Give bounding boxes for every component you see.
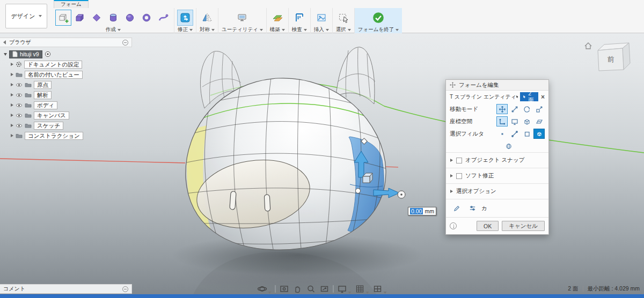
tree-item-label[interactable]: キャンバス — [34, 111, 69, 120]
expander-icon[interactable] — [11, 124, 13, 127]
expand-section-icon[interactable] — [450, 190, 453, 193]
fit-tool[interactable] — [320, 284, 330, 294]
plane-primitive-button[interactable] — [89, 10, 104, 25]
tree-item-label[interactable]: ボディ — [34, 101, 57, 109]
select-menu[interactable]: 選択 — [336, 26, 351, 33]
inspect-button[interactable] — [292, 10, 307, 25]
finish-form-button[interactable] — [371, 10, 386, 25]
dialog-titlebar[interactable]: フォームを編集 — [446, 80, 548, 91]
edit-form-button[interactable] — [178, 10, 193, 25]
display-settings[interactable] — [338, 284, 352, 294]
tree-item-label[interactable]: コンストラクション — [25, 132, 83, 140]
clear-selection-button[interactable]: × — [541, 94, 545, 100]
coord-view-button[interactable] — [509, 116, 520, 126]
tree-item-label[interactable]: 名前の付いたビュー — [25, 71, 83, 79]
tab-form[interactable]: フォーム — [54, 0, 89, 8]
viewcube-front-label[interactable]: 前 — [608, 55, 614, 63]
select-button[interactable] — [336, 10, 351, 25]
tree-item-label[interactable]: 原点 — [34, 81, 52, 89]
utilities-menu[interactable]: ユーティリティ — [222, 26, 263, 33]
browser-header[interactable]: ブラウザ — [0, 38, 132, 47]
move-mode-edge-button[interactable] — [509, 104, 520, 114]
filter-vertex-button[interactable] — [496, 129, 508, 139]
tree-item-label[interactable]: スケッチ — [34, 122, 63, 130]
eye-icon[interactable] — [16, 93, 23, 98]
coord-world-button[interactable] — [496, 116, 508, 126]
filter-face-button[interactable] — [521, 129, 532, 139]
tree-item-document-settings[interactable]: ドキュメントの設定 — [1, 59, 132, 69]
inspect-menu[interactable]: 検査 — [292, 26, 307, 33]
construct-button[interactable] — [270, 10, 285, 25]
expander-icon[interactable] — [11, 103, 13, 107]
expander-icon[interactable] — [11, 93, 13, 96]
right-ear[interactable] — [336, 47, 375, 104]
eye-icon[interactable] — [16, 113, 23, 118]
tree-item-canvases[interactable]: キャンバス — [1, 110, 132, 120]
expand-section-icon[interactable] — [450, 159, 453, 162]
viewcube-home-icon[interactable] — [585, 43, 591, 49]
new-body-button[interactable] — [56, 10, 71, 25]
pan-tool[interactable] — [293, 284, 303, 294]
numeric-slider-button[interactable] — [467, 203, 478, 213]
tree-item-analysis[interactable]: 解析 — [1, 90, 132, 100]
filter-body-button[interactable] — [533, 129, 545, 139]
move-mode-scale-button[interactable] — [533, 104, 545, 114]
tree-item-construction[interactable]: コンストラクション — [1, 131, 132, 140]
comments-header[interactable]: コメント — [0, 284, 132, 294]
modify-menu[interactable]: 修正 — [178, 26, 193, 33]
root-expander-icon[interactable] — [4, 53, 7, 56]
create-menu[interactable]: 作成 — [106, 26, 121, 33]
expander-icon[interactable] — [11, 134, 13, 137]
tree-item-named-views[interactable]: 名前の付いたビュー — [1, 70, 132, 79]
insert-button[interactable] — [314, 10, 329, 25]
entity-selection-chip[interactable]: 2 面 — [520, 92, 538, 101]
tree-item-bodies[interactable]: ボディ — [1, 100, 132, 110]
root-visibility-icon[interactable] — [45, 51, 51, 57]
move-mode-rotate-button[interactable] — [521, 104, 532, 114]
expander-icon[interactable] — [11, 83, 13, 86]
sphere-primitive-button[interactable] — [122, 10, 137, 25]
tree-item-label[interactable]: 解析 — [34, 91, 52, 99]
view-cube[interactable]: 前 — [583, 39, 636, 80]
minimize-comments-icon[interactable] — [122, 286, 128, 292]
coord-selection-button[interactable] — [533, 116, 545, 126]
look-at-tool[interactable] — [280, 284, 289, 294]
viewports[interactable] — [373, 284, 387, 294]
torus-primitive-button[interactable] — [139, 10, 154, 25]
tree-root-row[interactable]: hituji v9 — [1, 49, 132, 59]
zoom-tool[interactable] — [306, 284, 316, 294]
expander-icon[interactable] — [11, 73, 13, 76]
soft-edit-section[interactable]: ソフト修正 — [446, 168, 548, 183]
object-snap-section[interactable]: オブジェクト スナップ — [446, 152, 548, 168]
box-primitive-button[interactable] — [72, 10, 87, 25]
eye-icon[interactable] — [16, 83, 23, 87]
object-snap-checkbox[interactable] — [456, 158, 462, 163]
workspace-selector[interactable]: デザイン — [5, 4, 47, 28]
cancel-button[interactable]: キャンセル — [502, 221, 545, 231]
construct-menu[interactable]: 構築 — [270, 26, 285, 33]
expander-icon[interactable] — [11, 63, 13, 66]
gizmo-distance-input[interactable]: 0.00 mm — [408, 207, 436, 215]
soft-edit-checkbox[interactable] — [456, 173, 462, 179]
distance-value[interactable]: 0.00 — [410, 208, 423, 214]
ok-button[interactable]: OK — [477, 221, 499, 231]
filter-all-button[interactable] — [503, 141, 514, 151]
utilities-button[interactable] — [235, 10, 250, 25]
eye-icon[interactable] — [16, 123, 23, 128]
eye-icon[interactable] — [16, 103, 23, 108]
expander-icon[interactable] — [11, 114, 13, 117]
filter-edge-button[interactable] — [509, 129, 520, 139]
pipe-primitive-button[interactable] — [156, 10, 171, 25]
symmetry-button[interactable] — [200, 10, 215, 25]
tree-item-sketches[interactable]: スケッチ — [1, 121, 132, 130]
tree-item-label[interactable]: ドキュメントの設定 — [24, 61, 82, 69]
finish-form-menu[interactable]: フォームを終了 — [358, 26, 399, 33]
cylinder-primitive-button[interactable] — [106, 10, 121, 25]
tree-item-origin[interactable]: 原点 — [1, 80, 132, 90]
document-root[interactable]: hituji v9 — [9, 50, 42, 58]
symmetry-menu[interactable]: 対称 — [200, 26, 215, 33]
numeric-edit-button[interactable] — [451, 203, 463, 213]
move-mode-translate-button[interactable] — [496, 104, 508, 114]
collapse-panel-icon[interactable] — [3, 40, 6, 44]
insert-menu[interactable]: 挿入 — [314, 26, 329, 33]
